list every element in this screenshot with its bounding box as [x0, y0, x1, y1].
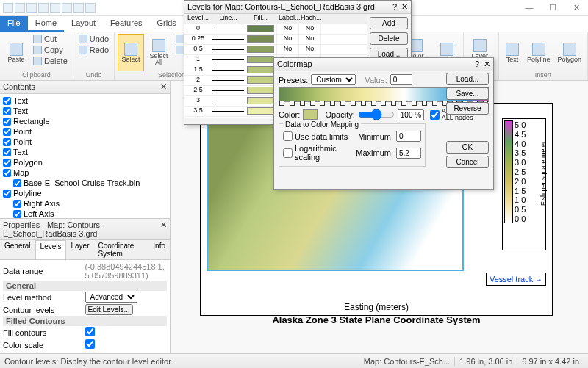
value-label: Value:: [365, 76, 387, 84]
undo-button[interactable]: Undo: [76, 34, 111, 44]
group-label: Clipboard: [3, 71, 70, 79]
cut-button[interactable]: Cut: [31, 34, 70, 44]
tree-item[interactable]: Text: [3, 106, 167, 116]
qat-icon[interactable]: [74, 3, 84, 13]
tab-coordsys[interactable]: Coordinate System: [94, 240, 149, 259]
tab-levels[interactable]: Levels: [35, 240, 67, 259]
qat-icon[interactable]: [62, 3, 72, 13]
cursor-icon: [124, 43, 137, 56]
tree-item[interactable]: Point: [3, 126, 167, 137]
edit-levels-button[interactable]: Edit Levels...: [85, 304, 133, 315]
presets-select[interactable]: Custom: [311, 74, 356, 85]
close-icon[interactable]: ✕: [401, 2, 408, 12]
log-scaling-checkbox[interactable]: [283, 148, 293, 158]
maximize-button[interactable]: ☐: [544, 3, 562, 12]
text-icon: [506, 43, 519, 56]
copy-button[interactable]: Copy: [31, 45, 70, 55]
col-level[interactable]: Level...: [184, 14, 212, 24]
qat-icon[interactable]: [3, 3, 13, 13]
color-swatch[interactable]: [303, 109, 318, 120]
qat-icon[interactable]: [15, 3, 25, 13]
polyline-icon: [532, 43, 545, 56]
insert-polygon-button[interactable]: Polygon: [554, 34, 584, 71]
properties-header: Properties - Map: Contours-E_School_RadB…: [0, 219, 170, 240]
select-all-icon: [152, 39, 165, 52]
tab-features[interactable]: Features: [103, 16, 149, 32]
tab-file[interactable]: File: [0, 16, 28, 32]
panel-close-icon[interactable]: ✕: [160, 82, 167, 92]
tree-item[interactable]: Map: [3, 167, 167, 178]
status-message: Contour levels: Display the contour leve…: [4, 357, 171, 366]
cm-load-button[interactable]: Load...: [446, 73, 489, 85]
col-line[interactable]: Line...: [212, 14, 245, 24]
help-icon[interactable]: ?: [392, 2, 397, 12]
use-data-limits-checkbox[interactable]: [283, 131, 293, 141]
color-scale-checkbox[interactable]: [85, 339, 95, 349]
select-all-button[interactable]: Select All: [146, 34, 172, 71]
tree-item[interactable]: Polyline: [3, 188, 167, 198]
fill-contours-checkbox[interactable]: [85, 327, 95, 336]
group-label: Undo: [76, 71, 111, 79]
tab-grids[interactable]: Grids: [150, 16, 184, 32]
max-input[interactable]: [396, 148, 421, 159]
tab-home[interactable]: Home: [28, 16, 64, 32]
col-label[interactable]: Label...: [277, 14, 299, 24]
qat-icon[interactable]: [50, 3, 60, 13]
value-input[interactable]: [390, 74, 412, 85]
level-row[interactable]: 0NoNo: [184, 24, 367, 35]
tree-item[interactable]: Text: [3, 95, 167, 106]
qat-icon[interactable]: [85, 3, 96, 13]
minimize-button[interactable]: —: [520, 3, 538, 12]
tab-layout[interactable]: Layout: [64, 16, 103, 32]
cm-reverse-button[interactable]: Reverse: [446, 102, 489, 115]
delete-level-button[interactable]: Delete: [370, 32, 408, 45]
qat-icon[interactable]: [38, 3, 49, 13]
tree-item[interactable]: Text: [3, 147, 167, 157]
panel-close-icon[interactable]: ✕: [160, 220, 167, 238]
insert-text-button[interactable]: Text: [502, 34, 523, 71]
help-icon[interactable]: ?: [475, 59, 479, 69]
dialog-title: Levels for Map: Contours-E_School_RadBas…: [187, 2, 375, 12]
tab-layer[interactable]: Layer: [66, 240, 93, 259]
cm-cancel-button[interactable]: Cancel: [446, 156, 489, 168]
tab-general[interactable]: General: [0, 240, 35, 259]
close-icon[interactable]: ✕: [484, 59, 490, 69]
vessel-track-label: Vessel track →: [486, 273, 546, 286]
tree-item[interactable]: Right Axis: [3, 198, 167, 209]
presets-label: Presets:: [279, 76, 308, 84]
level-row[interactable]: 0.5NoNo: [184, 45, 367, 55]
col-fill[interactable]: Fill...: [245, 14, 277, 24]
insert-polyline-button[interactable]: Polyline: [524, 34, 553, 71]
tree-item[interactable]: Base-E_School Cruise Track.bln: [3, 178, 167, 188]
opacity-slider[interactable]: [358, 109, 395, 120]
legend-tick: 4.5: [514, 130, 544, 139]
cm-ok-button[interactable]: OK: [446, 141, 489, 154]
color-legend[interactable]: 5.04.54.03.53.02.52.01.51.00.50.0 Fish p…: [502, 118, 546, 250]
layer-icon: [473, 39, 487, 52]
tree-item[interactable]: Polygon: [3, 157, 167, 167]
col-hatch[interactable]: Hach...: [299, 14, 321, 24]
level-row[interactable]: 0.25NoNo: [184, 35, 367, 45]
contents-tree[interactable]: TextTextRectanglePointPointTextPolygonMa…: [0, 94, 170, 218]
qat-icon[interactable]: [26, 3, 37, 13]
level-method-select[interactable]: Advanced: [85, 292, 137, 303]
min-input[interactable]: [396, 131, 421, 142]
opacity-input[interactable]: [398, 109, 424, 120]
cm-save-button[interactable]: Save...: [446, 87, 489, 100]
tree-item[interactable]: Rectangle: [3, 116, 167, 126]
delete-button[interactable]: Delete: [31, 56, 70, 66]
map-title: Alaska Zone 3 State Plane Coordinate Sys…: [201, 314, 552, 325]
close-button[interactable]: ✕: [567, 3, 585, 12]
add-level-button[interactable]: Add: [370, 17, 408, 29]
tree-item[interactable]: Left Axis: [3, 209, 167, 218]
tree-item[interactable]: Point: [3, 137, 167, 147]
redo-button[interactable]: Redo: [76, 45, 111, 55]
undo-icon: [79, 35, 87, 43]
data-range-value: (-0.3880494244518 1, 5.057359889311): [85, 262, 168, 280]
section-general: General: [3, 281, 167, 291]
paste-button[interactable]: Paste: [3, 34, 29, 71]
apply-opacity-checkbox[interactable]: [430, 110, 440, 120]
contour-levels-label: Contour levels: [3, 306, 85, 314]
tab-info[interactable]: Info: [148, 240, 170, 259]
select-button[interactable]: Select: [118, 34, 144, 71]
